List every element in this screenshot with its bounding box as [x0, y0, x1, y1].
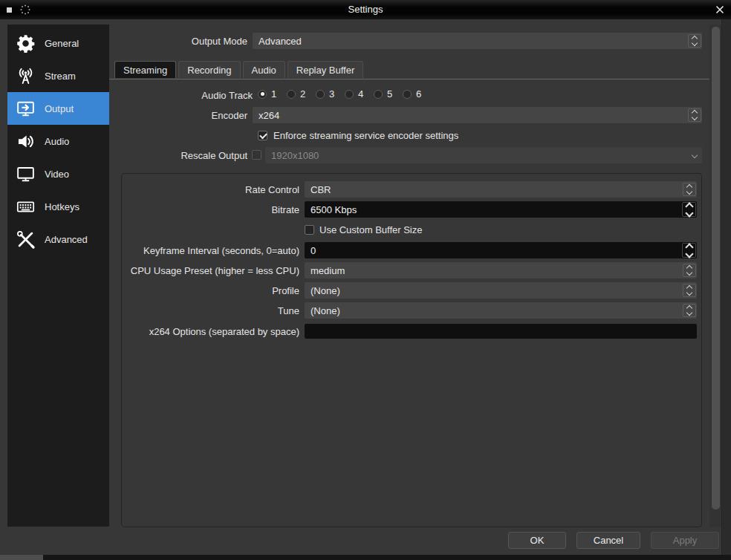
window-right-edge [721, 19, 731, 556]
custom-buffer-size-checkbox[interactable] [305, 225, 314, 235]
sidebar-item-stream[interactable]: Stream [7, 59, 109, 92]
tools-icon [12, 223, 39, 255]
x264-options-input[interactable] [305, 324, 697, 339]
settings-window: Settings General Stream [0, 0, 731, 560]
sidebar-item-advanced[interactable]: Advanced [7, 223, 109, 255]
ok-button[interactable]: OK [508, 532, 566, 549]
radio-label: 4 [358, 88, 363, 100]
rate-control-value: CBR [305, 184, 683, 195]
rescale-output-checkbox[interactable] [252, 150, 261, 160]
vertical-scrollbar[interactable] [709, 25, 721, 527]
audio-track-radio-4[interactable]: 4 [345, 88, 374, 100]
rescale-output-value: 1920x1080 [265, 150, 688, 161]
audio-track-radio-1[interactable]: 1 [258, 88, 287, 100]
output-mode-label: Output Mode [109, 36, 247, 47]
window-bottom-edge [0, 555, 731, 560]
broadcast-icon [12, 59, 39, 92]
sidebar-item-label: Output [45, 103, 74, 114]
radio-label: 6 [416, 88, 421, 100]
horizontal-scrollbar-thumb[interactable] [0, 555, 43, 560]
radio-label: 3 [329, 88, 334, 100]
profile-label: Profile [126, 285, 299, 296]
apply-button[interactable]: Apply [651, 532, 719, 549]
display-icon [12, 157, 39, 190]
sidebar-item-label: Stream [45, 71, 76, 82]
rate-control-select[interactable]: CBR [305, 181, 697, 198]
enforce-encoder-settings-label: Enforce streaming service encoder settin… [273, 130, 458, 141]
profile-value: (None) [305, 285, 683, 296]
dropdown-arrow-icon [688, 149, 701, 162]
scrollbar-thumb[interactable] [712, 27, 720, 509]
output-mode-select[interactable]: Advanced [253, 33, 702, 49]
updown-arrows-icon[interactable] [683, 183, 696, 196]
updown-arrows-icon[interactable] [683, 304, 696, 317]
tune-value: (None) [305, 305, 683, 316]
profile-select[interactable]: (None) [305, 282, 697, 299]
audio-track-radios: 1 2 3 4 5 6 [258, 88, 432, 100]
sidebar-item-label: Video [45, 169, 69, 180]
sidebar-item-hotkeys[interactable]: Hotkeys [7, 190, 109, 223]
sidebar: General Stream Output [7, 25, 109, 527]
tune-select[interactable]: (None) [305, 302, 697, 319]
radio-label: 2 [300, 88, 305, 100]
encoder-value: x264 [253, 110, 688, 121]
x264-options-label: x264 Options (separated by space) [126, 326, 299, 337]
audio-track-radio-6[interactable]: 6 [403, 88, 432, 100]
sidebar-item-video[interactable]: Video [7, 157, 109, 190]
gear-icon [12, 27, 39, 59]
tune-label: Tune [126, 305, 299, 316]
tabbar-baseline [109, 79, 709, 79]
keyframe-interval-value: 0 [305, 245, 682, 256]
updown-arrows-icon[interactable] [683, 284, 696, 297]
rate-control-label: Rate Control [126, 184, 299, 195]
tab-streaming[interactable]: Streaming [114, 61, 176, 78]
keyframe-interval-label: Keyframe Interval (seconds, 0=auto) [126, 245, 299, 256]
spin-arrows-icon[interactable] [682, 202, 696, 217]
rescale-output-select: 1920x1080 [265, 147, 702, 163]
output-tabbar: Streaming Recording Audio Replay Buffer [114, 61, 363, 78]
sidebar-item-label: Hotkeys [45, 201, 79, 212]
titlebar: Settings [0, 0, 731, 19]
sidebar-item-general[interactable]: General [7, 27, 109, 59]
cpu-usage-preset-select[interactable]: medium [305, 262, 697, 279]
speaker-icon [12, 125, 39, 157]
window-title: Settings [0, 0, 731, 19]
radio-label: 5 [387, 88, 392, 100]
radio-label: 1 [271, 88, 276, 100]
output-mode-value: Advanced [253, 36, 688, 47]
tab-audio[interactable]: Audio [243, 61, 285, 78]
sidebar-item-audio[interactable]: Audio [7, 125, 109, 157]
rescale-output-label: Rescale Output [109, 150, 247, 161]
spin-arrows-icon[interactable] [682, 243, 696, 258]
sidebar-item-label: General [45, 38, 79, 49]
encoder-label: Encoder [109, 110, 247, 121]
bitrate-spinbox[interactable]: 6500 Kbps [305, 201, 697, 218]
cancel-button[interactable]: Cancel [576, 532, 640, 549]
updown-arrows-icon[interactable] [688, 108, 701, 122]
keyframe-interval-spinbox[interactable]: 0 [305, 242, 697, 258]
custom-buffer-size-label: Use Custom Buffer Size [319, 224, 422, 235]
sidebar-item-label: Audio [45, 136, 69, 147]
bitrate-value: 6500 Kbps [305, 204, 682, 215]
cpu-usage-preset-label: CPU Usage Preset (higher = less CPU) [126, 265, 299, 276]
audio-track-radio-2[interactable]: 2 [287, 88, 316, 100]
audio-track-radio-5[interactable]: 5 [374, 88, 403, 100]
tab-recording[interactable]: Recording [178, 61, 240, 78]
monitor-arrow-icon [12, 92, 39, 125]
bitrate-label: Bitrate [126, 204, 299, 215]
enforce-encoder-settings-checkbox[interactable] [258, 131, 267, 140]
audio-track-radio-3[interactable]: 3 [316, 88, 345, 100]
keyboard-icon [12, 190, 39, 223]
updown-arrows-icon[interactable] [683, 264, 696, 277]
sidebar-item-output[interactable]: Output [7, 92, 109, 125]
tab-replay-buffer[interactable]: Replay Buffer [287, 61, 364, 78]
audio-track-label: Audio Track [109, 90, 253, 101]
updown-arrows-icon[interactable] [688, 34, 701, 48]
cpu-usage-preset-value: medium [305, 265, 683, 276]
close-icon[interactable] [714, 4, 726, 16]
sidebar-item-label: Advanced [45, 234, 88, 245]
encoder-select[interactable]: x264 [253, 107, 702, 123]
